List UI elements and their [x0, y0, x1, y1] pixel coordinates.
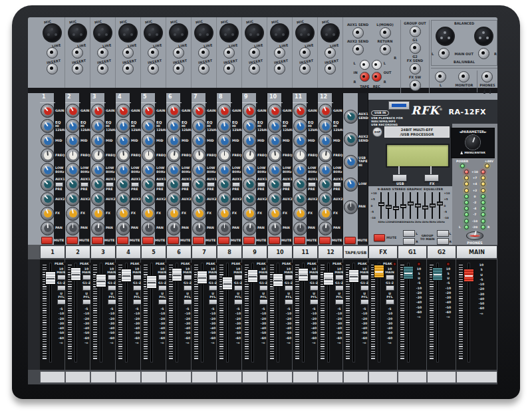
pfl-button-6[interactable] — [184, 299, 192, 305]
channel-10-aux1-pre-button[interactable] — [283, 182, 291, 187]
g12-assign-button-8[interactable] — [234, 285, 243, 291]
channel-12-eq-hi-knob[interactable] — [319, 119, 332, 133]
g12-assign-button-5[interactable] — [158, 285, 167, 291]
channel-8-eq-hi-knob[interactable] — [217, 119, 231, 133]
geq-slider-cap[interactable] — [437, 202, 443, 206]
channel-6-eq-mid-freq-knob[interactable] — [167, 148, 181, 162]
channel-1-aux2-knob[interactable] — [41, 192, 55, 206]
channel-6-mic-xlr[interactable] — [169, 23, 188, 43]
return-r-jack[interactable] — [380, 44, 391, 55]
g12-assign-button-12[interactable] — [335, 285, 344, 291]
fader-cap-FX[interactable] — [374, 265, 384, 278]
rec-out-l-rca[interactable] — [372, 60, 382, 70]
geq-slider-500Hz[interactable] — [400, 192, 407, 219]
main-assign-button-FX[interactable] — [386, 275, 394, 280]
channel-4-insert-jack[interactable] — [122, 63, 134, 74]
geq-slider-cap[interactable] — [378, 202, 384, 206]
channel-3-eq-low-knob[interactable] — [91, 163, 105, 177]
channel-10-eq-low-knob[interactable] — [268, 163, 282, 177]
channel-9-pan-knob[interactable] — [243, 221, 257, 235]
channel-4-fx-send-knob[interactable] — [116, 207, 130, 221]
channel-9-insert-jack[interactable] — [249, 63, 260, 74]
channel-1-aux1-knob[interactable] — [41, 178, 55, 192]
tape-usb-mute-button[interactable] — [344, 237, 356, 244]
channel-5-aux1-pre-button[interactable] — [156, 182, 164, 187]
menu-enter-knob[interactable] — [465, 134, 481, 150]
geq-slider-cap[interactable] — [430, 204, 436, 208]
channel-2-insert-jack[interactable] — [72, 63, 83, 74]
channel-11-insert-jack[interactable] — [299, 63, 311, 74]
main-assign-button-7[interactable] — [209, 275, 217, 280]
pfl-button-TAPE/USB[interactable] — [360, 299, 369, 305]
channel-11-line-jack[interactable] — [299, 47, 311, 59]
channel-5-fx-send-knob[interactable] — [142, 207, 156, 221]
aux1-send-jack[interactable] — [352, 27, 364, 39]
channel-4-aux1-knob[interactable] — [116, 178, 130, 192]
channel-6-eq-mid-knob[interactable] — [167, 134, 181, 148]
geq-slider-60Hz[interactable] — [378, 192, 385, 219]
channel-1-fx-send-knob[interactable] — [41, 207, 55, 221]
channel-6-fx-send-knob[interactable] — [167, 207, 181, 221]
channel-10-mute-button[interactable] — [269, 237, 280, 244]
g12-assign-button-2[interactable] — [82, 285, 91, 291]
channel-8-eq-mid-freq-knob[interactable] — [217, 148, 231, 162]
g12-assign-button-TAPE/USB[interactable] — [360, 285, 369, 291]
main-assign-button-5[interactable] — [158, 275, 167, 280]
channel-12-aux2-knob[interactable] — [319, 192, 332, 206]
geq-slider-16kHz[interactable] — [436, 192, 444, 219]
channel-8-line-jack[interactable] — [223, 47, 235, 59]
channel-2-aux1-pre-button[interactable] — [80, 182, 88, 187]
geq-slider-cap[interactable] — [408, 202, 414, 206]
channel-1-eq-mid-freq-knob[interactable] — [41, 148, 55, 162]
channel-5-insert-jack[interactable] — [148, 63, 159, 74]
fx-mute-button[interactable] — [374, 234, 385, 241]
channel-8-mute-button[interactable] — [218, 237, 229, 244]
fader-cap-1[interactable] — [45, 271, 56, 285]
main-assign-button-9[interactable] — [259, 275, 268, 280]
channel-4-pan-knob[interactable] — [116, 221, 130, 235]
channel-7-line-jack[interactable] — [198, 47, 209, 59]
main-assign-button-TAPE/USB[interactable] — [360, 275, 369, 280]
channel-8-fx-send-knob[interactable] — [217, 207, 231, 221]
channel-9-eq-mid-freq-knob[interactable] — [243, 148, 257, 162]
channel-7-aux1-pre-button[interactable] — [207, 182, 215, 187]
aux1-send-master-knob[interactable] — [344, 110, 358, 124]
channel-5-pan-knob[interactable] — [142, 221, 156, 235]
channel-6-line-jack[interactable] — [173, 47, 184, 59]
channel-8-aux1-knob[interactable] — [217, 178, 231, 192]
g1-to-main-r-button[interactable] — [403, 238, 415, 245]
channel-3-aux1-pre-button[interactable] — [106, 182, 114, 187]
channel-12-mute-button[interactable] — [319, 237, 331, 244]
channel-8-aux2-knob[interactable] — [217, 192, 231, 206]
channel-4-eq-mid-freq-knob[interactable] — [116, 148, 130, 162]
channel-10-pan-knob[interactable] — [268, 221, 282, 235]
g12-assign-button-10[interactable] — [285, 285, 293, 291]
main-assign-button-10[interactable] — [285, 275, 293, 280]
channel-7-mic-xlr[interactable] — [194, 23, 213, 43]
channel-3-fx-send-knob[interactable] — [91, 207, 105, 221]
fx-send-jack[interactable] — [410, 63, 421, 74]
channel-9-aux1-knob[interactable] — [243, 178, 257, 192]
channel-11-mic-xlr[interactable] — [295, 23, 315, 43]
fader-cap-9[interactable] — [247, 269, 258, 283]
channel-1-mute-button[interactable] — [41, 237, 53, 244]
channel-7-eq-hi-knob[interactable] — [192, 119, 206, 133]
fader-cap-10[interactable] — [273, 273, 283, 287]
channel-12-eq-mid-knob[interactable] — [319, 134, 332, 148]
channel-7-eq-low-knob[interactable] — [192, 163, 206, 177]
channel-6-eq-hi-knob[interactable] — [167, 119, 181, 133]
fader-cap-3[interactable] — [96, 274, 106, 287]
channel-10-eq-hi-knob[interactable] — [268, 119, 282, 133]
g12-assign-button-3[interactable] — [108, 285, 116, 291]
channel-3-gain-knob[interactable] — [91, 104, 105, 118]
channel-7-eq-mid-knob[interactable] — [192, 134, 206, 148]
pfl-button-2[interactable] — [82, 299, 91, 305]
channel-2-eq-hi-knob[interactable] — [66, 119, 80, 133]
channel-4-aux1-pre-button[interactable] — [131, 182, 139, 187]
channel-1-line-jack[interactable] — [47, 47, 58, 59]
phones-level-knob[interactable] — [466, 231, 483, 240]
channel-1-aux1-pre-button[interactable] — [55, 182, 63, 187]
channel-11-fx-send-knob[interactable] — [293, 207, 307, 221]
usb-tape-pan-knob[interactable] — [344, 200, 358, 214]
channel-10-eq-mid-knob[interactable] — [268, 134, 282, 148]
